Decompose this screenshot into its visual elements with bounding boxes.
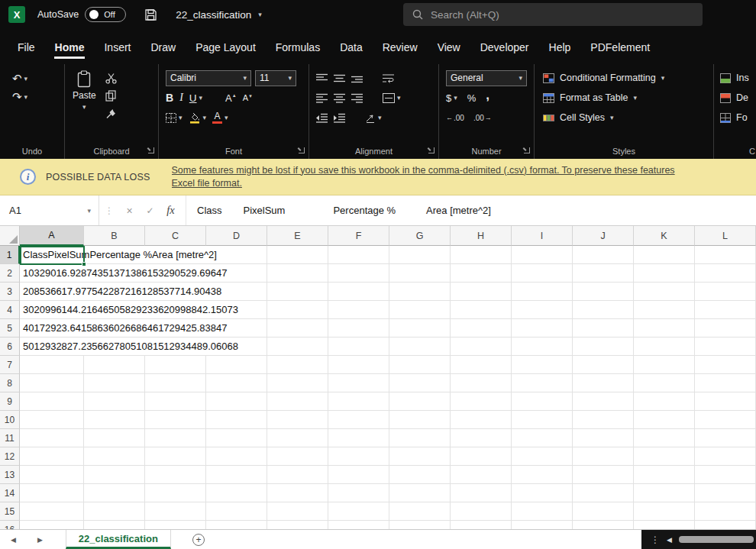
column-header-D[interactable]: D bbox=[206, 226, 267, 246]
cell-E2[interactable] bbox=[267, 264, 328, 283]
cell-G9[interactable] bbox=[389, 392, 451, 411]
cell-G16[interactable] bbox=[389, 521, 451, 529]
italic-button[interactable]: I bbox=[179, 92, 183, 104]
row-header-12[interactable]: 12 bbox=[0, 447, 20, 466]
cell-E1[interactable] bbox=[267, 246, 328, 264]
cell-L7[interactable] bbox=[695, 356, 756, 374]
cell-A9[interactable] bbox=[20, 392, 84, 411]
cell-B13[interactable] bbox=[84, 466, 145, 484]
increase-decimal-button[interactable]: ←.00 bbox=[446, 114, 464, 122]
cell-I4[interactable] bbox=[512, 301, 573, 319]
cell-C9[interactable] bbox=[145, 392, 206, 411]
cell-E14[interactable] bbox=[267, 484, 328, 502]
cell-C16[interactable] bbox=[145, 521, 206, 529]
cell-G4[interactable] bbox=[389, 301, 451, 319]
cell-styles-button[interactable]: Cell Styles ▾ bbox=[535, 108, 713, 128]
enter-icon[interactable]: ✓ bbox=[140, 195, 160, 225]
sheet-nav-left-icon[interactable]: ◀ bbox=[0, 536, 27, 544]
cell-F7[interactable] bbox=[328, 356, 389, 374]
cell-L3[interactable] bbox=[695, 283, 756, 301]
cell-E16[interactable] bbox=[267, 521, 328, 529]
cell-I5[interactable] bbox=[512, 319, 573, 337]
cell-H7[interactable] bbox=[451, 356, 512, 374]
cell-L14[interactable] bbox=[695, 484, 756, 502]
cell-K2[interactable] bbox=[634, 264, 695, 283]
cell-H8[interactable] bbox=[451, 374, 512, 392]
cell-J10[interactable] bbox=[573, 411, 634, 429]
cell-I9[interactable] bbox=[512, 392, 573, 411]
cell-A8[interactable] bbox=[20, 374, 84, 392]
row-header-6[interactable]: 6 bbox=[0, 337, 20, 356]
cell-B11[interactable] bbox=[84, 429, 145, 447]
cell-K3[interactable] bbox=[634, 283, 695, 301]
cell-F9[interactable] bbox=[328, 392, 389, 411]
cell-J15[interactable] bbox=[573, 502, 634, 521]
cell-L10[interactable] bbox=[695, 411, 756, 429]
row-header-7[interactable]: 7 bbox=[0, 356, 20, 374]
cell-J6[interactable] bbox=[573, 337, 634, 356]
column-header-K[interactable]: K bbox=[634, 226, 695, 246]
font-dialog-launcher-icon[interactable] bbox=[299, 147, 305, 153]
bold-button[interactable]: B bbox=[166, 92, 173, 104]
cell-D15[interactable] bbox=[206, 502, 267, 521]
currency-format-button[interactable]: $▾ bbox=[446, 92, 457, 104]
cell-K1[interactable] bbox=[634, 246, 695, 264]
number-format-select[interactable]: General ▾ bbox=[446, 70, 527, 86]
cell-C13[interactable] bbox=[145, 466, 206, 484]
cell-J2[interactable] bbox=[573, 264, 634, 283]
cell-E8[interactable] bbox=[267, 374, 328, 392]
cell-G10[interactable] bbox=[389, 411, 451, 429]
cell-E12[interactable] bbox=[267, 447, 328, 466]
cell-C8[interactable] bbox=[145, 374, 206, 392]
comma-style-button[interactable]: , bbox=[486, 93, 489, 98]
cell-L4[interactable] bbox=[695, 301, 756, 319]
cell-D12[interactable] bbox=[206, 447, 267, 466]
cell-G6[interactable] bbox=[389, 337, 451, 356]
cell-I11[interactable] bbox=[512, 429, 573, 447]
cell-H5[interactable] bbox=[451, 319, 512, 337]
tab-help[interactable]: Help bbox=[539, 41, 581, 64]
cell-F6[interactable] bbox=[328, 337, 389, 356]
cell-E9[interactable] bbox=[267, 392, 328, 411]
cell-A15[interactable] bbox=[20, 502, 84, 521]
cell-G14[interactable] bbox=[389, 484, 451, 502]
cell-B14[interactable] bbox=[84, 484, 145, 502]
cell-H11[interactable] bbox=[451, 429, 512, 447]
cell-I12[interactable] bbox=[512, 447, 573, 466]
format-as-table-button[interactable]: Format as Table ▾ bbox=[535, 88, 713, 108]
redo-button[interactable]: ↷▾ bbox=[12, 91, 64, 102]
cell-G5[interactable] bbox=[389, 319, 451, 337]
cell-G15[interactable] bbox=[389, 502, 451, 521]
cell-F14[interactable] bbox=[328, 484, 389, 502]
cell-I3[interactable] bbox=[512, 283, 573, 301]
fill-handle[interactable] bbox=[82, 262, 86, 266]
cell-G8[interactable] bbox=[389, 374, 451, 392]
row-header-10[interactable]: 10 bbox=[0, 411, 20, 429]
increase-indent-icon[interactable] bbox=[334, 113, 345, 123]
cell-G2[interactable] bbox=[389, 264, 451, 283]
cell-A13[interactable] bbox=[20, 466, 84, 484]
row-header-11[interactable]: 11 bbox=[0, 429, 20, 447]
cell-K11[interactable] bbox=[634, 429, 695, 447]
cell-K4[interactable] bbox=[634, 301, 695, 319]
insert-function-icon[interactable]: fx bbox=[160, 195, 181, 225]
align-middle-icon[interactable] bbox=[334, 73, 345, 83]
row-header-14[interactable]: 14 bbox=[0, 484, 20, 502]
cell-K12[interactable] bbox=[634, 447, 695, 466]
cell-H2[interactable] bbox=[451, 264, 512, 283]
cell-F10[interactable] bbox=[328, 411, 389, 429]
cell-B7[interactable] bbox=[84, 356, 145, 374]
cell-I10[interactable] bbox=[512, 411, 573, 429]
fill-color-button[interactable]: ▾ bbox=[189, 111, 207, 124]
merge-center-button[interactable]: ▾ bbox=[383, 93, 401, 103]
cell-L11[interactable] bbox=[695, 429, 756, 447]
font-name-select[interactable]: Calibri ▾ bbox=[166, 70, 251, 86]
undo-button[interactable]: ↶▾ bbox=[12, 73, 64, 84]
column-header-B[interactable]: B bbox=[84, 226, 145, 246]
cell-H9[interactable] bbox=[451, 392, 512, 411]
cell-B12[interactable] bbox=[84, 447, 145, 466]
cell-I13[interactable] bbox=[512, 466, 573, 484]
cell-B16[interactable] bbox=[84, 521, 145, 529]
paste-button[interactable]: Paste ▾ bbox=[73, 70, 96, 119]
warning-message-line1[interactable]: Some features might be lost if you save … bbox=[172, 165, 675, 176]
